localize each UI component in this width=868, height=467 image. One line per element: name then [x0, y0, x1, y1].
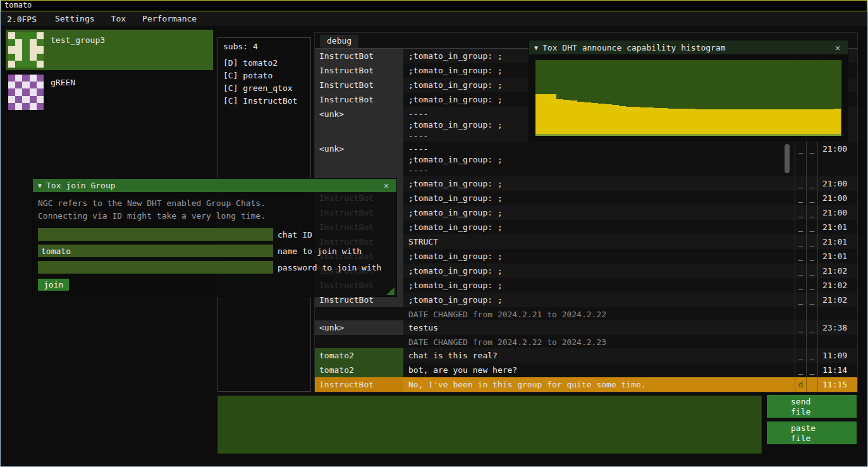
chat-row-name: InstructBot: [315, 78, 403, 92]
chat-row-flag: _: [806, 191, 817, 205]
chat-row-flag: _: [806, 220, 817, 234]
app-window: tomato 2.0FPS SettingsToxPerformance tes…: [0, 0, 868, 467]
chat-row-time: 21:02: [817, 293, 857, 307]
chat-row-flag: _: [806, 320, 817, 335]
histogram-bar: [549, 94, 556, 134]
chat-row[interactable]: tomato2chat is this real?__11:09: [315, 348, 857, 363]
avatar-pixel: [15, 54, 22, 61]
join-group-window-titlebar[interactable]: ▼ Tox join Group ✕: [33, 179, 396, 192]
histogram-bar: [640, 107, 647, 134]
avatar-pixel: [22, 46, 29, 53]
chat-row-name: InstructBot: [315, 377, 403, 392]
chat-row[interactable]: tomato2bot, are you new here?__11:14: [315, 363, 857, 377]
chat-row[interactable]: DATE CHANGED from 2024.2.21 to 2024.2.22: [315, 307, 857, 320]
chat-row-message: ;tomato_in_group: ;: [403, 220, 795, 234]
avatar-pixel: [37, 61, 44, 68]
send-file-button[interactable]: send file: [767, 395, 857, 418]
join-field-input[interactable]: [38, 261, 273, 274]
histogram-bar: [535, 94, 542, 134]
histogram-bar: [626, 107, 633, 134]
menu-bar-items: SettingsToxPerformance: [47, 12, 205, 26]
chat-row-flag: _: [806, 142, 817, 176]
chat-row-time: 21:02: [817, 264, 857, 278]
avatar-pixel: [15, 75, 22, 82]
join-info-line: NGC refers to the New DHT enabled Group …: [38, 197, 391, 210]
histogram-bar: [605, 104, 612, 134]
resize-grip[interactable]: [386, 287, 394, 295]
chat-row-time: 21:01: [817, 234, 857, 249]
chat-row[interactable]: <unk>---- ;tomato_in_group: ; ----__21:0…: [315, 142, 857, 176]
avatar-pixel: [8, 54, 15, 61]
histogram-bar: [709, 109, 716, 134]
chat-row-name: [315, 307, 403, 320]
chat-row-time: 23:38: [817, 320, 857, 335]
histogram-bar: [820, 109, 827, 134]
histogram-bar: [792, 109, 799, 134]
chat-scrollbar-thumb[interactable]: [785, 144, 790, 173]
join-field-input[interactable]: [38, 228, 273, 241]
chat-row-time: 11:14: [817, 363, 857, 377]
avatar-pixel: [30, 54, 37, 61]
subs-member[interactable]: [C] potato: [218, 70, 310, 82]
collapse-arrow-icon[interactable]: ▼: [38, 182, 42, 189]
chat-row-message: chat is this real?: [403, 348, 795, 363]
contact-item[interactable]: test_group3: [6, 30, 213, 70]
join-field-row: name to join with: [38, 243, 391, 259]
chat-row-name: InstructBot: [315, 49, 403, 63]
join-button[interactable]: join: [38, 279, 69, 291]
chat-row-message: ;tomato_in_group: ;: [403, 293, 795, 307]
histogram-bar: [584, 102, 591, 134]
join-field-row: password to join with: [38, 259, 391, 276]
chat-row[interactable]: <unk>testus__23:38: [315, 320, 857, 335]
histogram-bar: [570, 100, 577, 134]
avatar-pixel: [22, 88, 29, 95]
histogram-bar: [751, 109, 758, 134]
histogram-window-titlebar[interactable]: ▼ Tox DHT announce capability histogram …: [529, 40, 848, 54]
menu-item-tox[interactable]: Tox: [103, 12, 134, 26]
chat-row-flag: _: [795, 220, 806, 234]
subs-member[interactable]: [C] InstructBot: [218, 95, 310, 107]
contact-item[interactable]: gREEN: [6, 72, 213, 112]
avatar-pixel: [37, 32, 44, 39]
join-field-label: name to join with: [278, 246, 362, 256]
chat-row-flag: _: [806, 363, 817, 377]
subs-member[interactable]: [C] green_qtox: [218, 82, 310, 95]
tab-debug[interactable]: debug: [320, 35, 358, 48]
chat-row-message: DATE CHANGED from 2024.2.21 to 2024.2.22: [403, 307, 795, 320]
histogram-bar: [737, 109, 744, 134]
subs-list: [D] tomato2[C] potato[C] green_qtox[C] I…: [218, 57, 310, 107]
chat-row-time: 21:02: [817, 278, 857, 293]
chat-row[interactable]: InstructBotNo, I've been in this group f…: [315, 377, 857, 392]
avatar-pixel: [8, 46, 15, 53]
menu-bar: 2.0FPS SettingsToxPerformance: [1, 12, 867, 26]
join-group-window: ▼ Tox join Group ✕ NGC refers to the New…: [32, 178, 397, 297]
join-field-input[interactable]: [38, 245, 273, 257]
menu-item-settings[interactable]: Settings: [47, 12, 103, 26]
join-fields: chat IDname to join withpassword to join…: [38, 226, 391, 276]
chat-row-name: InstructBot: [315, 92, 403, 107]
subs-member[interactable]: [D] tomato2: [218, 57, 310, 70]
chat-row-flag: [806, 335, 817, 348]
avatar-pixel: [22, 103, 29, 110]
chat-row-message: ;tomato_in_group: ;: [403, 249, 795, 264]
histogram-bar: [806, 109, 813, 134]
close-icon[interactable]: ✕: [381, 181, 391, 190]
collapse-arrow-icon[interactable]: ▼: [534, 44, 538, 51]
join-field-row: chat ID: [38, 226, 391, 243]
chat-row-name: <unk>: [315, 320, 403, 335]
chat-row-message: STRUCT: [403, 234, 795, 249]
histogram-bar: [654, 108, 661, 134]
histogram-bar: [633, 107, 640, 134]
menu-item-performance[interactable]: Performance: [134, 12, 205, 26]
paste-file-button[interactable]: paste file: [767, 422, 857, 444]
avatar-pixel: [8, 75, 15, 82]
close-icon[interactable]: ✕: [833, 43, 843, 52]
chat-row[interactable]: DATE CHANGED from 2024.2.22 to 2024.2.23: [315, 335, 857, 348]
message-input[interactable]: [217, 396, 762, 454]
chat-row-flag: _: [806, 348, 817, 363]
group-avatar: [8, 32, 44, 68]
avatar-pixel: [15, 82, 22, 88]
histogram-bar: [771, 109, 778, 134]
histogram-bar: [647, 107, 654, 134]
avatar-pixel: [37, 88, 44, 95]
